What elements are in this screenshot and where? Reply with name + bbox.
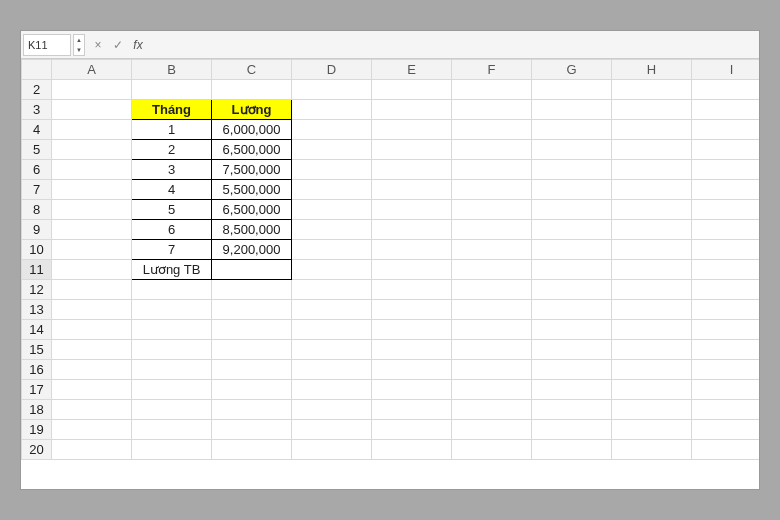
cell-C5[interactable]: 6,500,000 (212, 140, 292, 160)
cell-G15[interactable] (532, 340, 612, 360)
cell-H12[interactable] (612, 280, 692, 300)
cell-I14[interactable] (692, 320, 760, 340)
cell-F16[interactable] (452, 360, 532, 380)
cell-H10[interactable] (612, 240, 692, 260)
cell-E10[interactable] (372, 240, 452, 260)
cell-E3[interactable] (372, 100, 452, 120)
row-header-20[interactable]: 20 (22, 440, 52, 460)
cell-B12[interactable] (132, 280, 212, 300)
cell-A13[interactable] (52, 300, 132, 320)
row-header-16[interactable]: 16 (22, 360, 52, 380)
cell-D6[interactable] (292, 160, 372, 180)
cell-D12[interactable] (292, 280, 372, 300)
cell-F7[interactable] (452, 180, 532, 200)
name-box[interactable]: K11 (23, 34, 71, 56)
cell-I6[interactable] (692, 160, 760, 180)
cell-C10[interactable]: 9,200,000 (212, 240, 292, 260)
cell-B8[interactable]: 5 (132, 200, 212, 220)
cell-D17[interactable] (292, 380, 372, 400)
cell-I2[interactable] (692, 80, 760, 100)
cell-F2[interactable] (452, 80, 532, 100)
cell-D15[interactable] (292, 340, 372, 360)
column-header-D[interactable]: D (292, 60, 372, 80)
column-header-C[interactable]: C (212, 60, 292, 80)
cell-E13[interactable] (372, 300, 452, 320)
grid[interactable]: ABCDEFGHI23ThángLương416,000,000526,500,… (21, 59, 759, 489)
cell-A16[interactable] (52, 360, 132, 380)
cell-H18[interactable] (612, 400, 692, 420)
cell-E4[interactable] (372, 120, 452, 140)
column-header-H[interactable]: H (612, 60, 692, 80)
cell-F10[interactable] (452, 240, 532, 260)
cell-I9[interactable] (692, 220, 760, 240)
cell-G12[interactable] (532, 280, 612, 300)
fx-icon[interactable]: fx (131, 38, 145, 52)
row-header-18[interactable]: 18 (22, 400, 52, 420)
cell-C7[interactable]: 5,500,000 (212, 180, 292, 200)
cell-D19[interactable] (292, 420, 372, 440)
cell-G8[interactable] (532, 200, 612, 220)
cell-B13[interactable] (132, 300, 212, 320)
cell-H20[interactable] (612, 440, 692, 460)
formula-input[interactable] (151, 34, 759, 56)
cell-I4[interactable] (692, 120, 760, 140)
cell-E12[interactable] (372, 280, 452, 300)
stepper-up-icon[interactable]: ▲ (74, 35, 84, 45)
cell-G4[interactable] (532, 120, 612, 140)
cell-H11[interactable] (612, 260, 692, 280)
cell-D11[interactable] (292, 260, 372, 280)
cell-H15[interactable] (612, 340, 692, 360)
cell-B16[interactable] (132, 360, 212, 380)
cell-D18[interactable] (292, 400, 372, 420)
cell-I7[interactable] (692, 180, 760, 200)
cell-A11[interactable] (52, 260, 132, 280)
cell-B10[interactable]: 7 (132, 240, 212, 260)
cell-F5[interactable] (452, 140, 532, 160)
cancel-icon[interactable]: × (91, 38, 105, 52)
cell-G17[interactable] (532, 380, 612, 400)
row-header-14[interactable]: 14 (22, 320, 52, 340)
cell-I3[interactable] (692, 100, 760, 120)
row-header-13[interactable]: 13 (22, 300, 52, 320)
cell-E5[interactable] (372, 140, 452, 160)
name-box-stepper[interactable]: ▲ ▼ (73, 34, 85, 56)
cell-H7[interactable] (612, 180, 692, 200)
cell-I19[interactable] (692, 420, 760, 440)
cell-F4[interactable] (452, 120, 532, 140)
cell-F17[interactable] (452, 380, 532, 400)
row-header-15[interactable]: 15 (22, 340, 52, 360)
cell-A18[interactable] (52, 400, 132, 420)
cell-I13[interactable] (692, 300, 760, 320)
column-header-F[interactable]: F (452, 60, 532, 80)
cell-E6[interactable] (372, 160, 452, 180)
cell-G9[interactable] (532, 220, 612, 240)
cell-D20[interactable] (292, 440, 372, 460)
column-header-A[interactable]: A (52, 60, 132, 80)
cell-A14[interactable] (52, 320, 132, 340)
cell-I18[interactable] (692, 400, 760, 420)
cell-C3[interactable]: Lương (212, 100, 292, 120)
cell-E11[interactable] (372, 260, 452, 280)
cell-F18[interactable] (452, 400, 532, 420)
cell-G20[interactable] (532, 440, 612, 460)
cell-D3[interactable] (292, 100, 372, 120)
cell-B11[interactable]: Lương TB (132, 260, 212, 280)
cell-B7[interactable]: 4 (132, 180, 212, 200)
cell-G3[interactable] (532, 100, 612, 120)
cell-A10[interactable] (52, 240, 132, 260)
cell-D9[interactable] (292, 220, 372, 240)
row-header-5[interactable]: 5 (22, 140, 52, 160)
cell-H2[interactable] (612, 80, 692, 100)
cell-E19[interactable] (372, 420, 452, 440)
cell-D4[interactable] (292, 120, 372, 140)
cell-H8[interactable] (612, 200, 692, 220)
cell-G7[interactable] (532, 180, 612, 200)
row-header-7[interactable]: 7 (22, 180, 52, 200)
cell-H6[interactable] (612, 160, 692, 180)
cell-F11[interactable] (452, 260, 532, 280)
cell-B19[interactable] (132, 420, 212, 440)
cell-D14[interactable] (292, 320, 372, 340)
cell-H16[interactable] (612, 360, 692, 380)
cell-B3[interactable]: Tháng (132, 100, 212, 120)
cell-E15[interactable] (372, 340, 452, 360)
